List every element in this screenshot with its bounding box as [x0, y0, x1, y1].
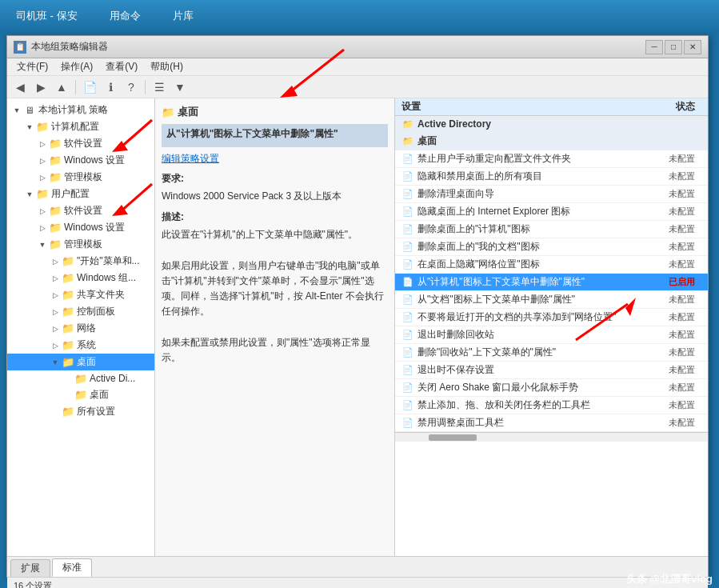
show-hide-button[interactable]: 📄 — [80, 78, 99, 96]
tree-node-windows-settings[interactable]: ▷ 📁 Windows 设置 — [7, 152, 154, 169]
setting-name-5: 删除桌面上的"我的文档"图标 — [417, 240, 637, 254]
setting-icon: 📄 — [401, 417, 414, 430]
setting-name-13: 关闭 Aero Shake 窗口最小化鼠标手势 — [417, 381, 637, 394]
horizontal-scrollbar[interactable] — [395, 432, 708, 442]
forward-button[interactable]: ▶ — [31, 78, 50, 96]
tree-node-user-config[interactable]: ▼ 📁 用户配置 — [7, 186, 154, 202]
taskbar: 司机班 - 保安 用命令 片库 — [0, 0, 719, 32]
tree-label-admin-templates: 管理模板 — [64, 238, 102, 251]
setting-status-5: 未配置 — [637, 241, 701, 253]
tree-node-all-settings[interactable]: 📁 所有设置 — [7, 403, 154, 420]
tree-node-active-dir[interactable]: 📁 Active Di... — [7, 370, 154, 386]
tree-node-network[interactable]: ▷ 📁 网络 — [7, 320, 154, 337]
tree-panel: ▼ 🖥 本地计算机 策略 ▼ 📁 计算机配置 ▷ 📁 软件设置 ▷ 📁 Wind… — [7, 98, 155, 556]
folder-icon: 📁 — [401, 118, 414, 130]
setting-row-12[interactable]: 📄 退出时不保存设置 未配置 — [395, 362, 708, 379]
section-header-ad: 📁 Active Directory — [395, 116, 708, 133]
tree-node-root[interactable]: ▼ 🖥 本地计算机 策略 — [7, 102, 154, 118]
tree-node-windows-settings-user[interactable]: ▷ 📁 Windows 设置 — [7, 219, 154, 236]
minimize-button[interactable]: ─ — [645, 40, 663, 54]
setting-row-4[interactable]: 📄 删除桌面上的"计算机"图标 未配置 — [395, 221, 708, 238]
setting-row-8[interactable]: 📄 从"文档"图标上下文菜单中删除"属性" 未配置 — [395, 291, 708, 309]
back-button[interactable]: ◀ — [10, 78, 30, 96]
filter-button[interactable]: ▼ — [170, 78, 190, 96]
setting-status-0: 未配置 — [637, 153, 701, 165]
tree-node-software-settings[interactable]: ▷ 📁 软件设置 — [7, 135, 154, 152]
setting-row-15[interactable]: 📄 禁用调整桌面工具栏 未配置 — [395, 414, 708, 432]
scroll-thumb[interactable] — [429, 434, 477, 441]
maximize-button[interactable]: □ — [665, 40, 682, 54]
setting-row-2[interactable]: 📄 删除清理桌面向导 未配置 — [395, 186, 708, 203]
description-content: 此设置在"计算机"的上下文菜单中隐藏"属性"。 如果启用此设置，则当用户右键单击… — [162, 227, 388, 366]
close-button[interactable]: ✕ — [684, 40, 701, 54]
setting-icon: 📄 — [401, 294, 414, 306]
tree-node-software-settings-user[interactable]: ▷ 📁 软件设置 — [7, 202, 154, 219]
content-area: ▼ 🖥 本地计算机 策略 ▼ 📁 计算机配置 ▷ 📁 软件设置 ▷ 📁 Wind… — [7, 98, 708, 556]
taskbar-item-2[interactable]: 用命令 — [102, 6, 149, 26]
tree-label-admin-templates-comp: 管理模板 — [64, 170, 102, 184]
setting-status-4: 未配置 — [637, 223, 701, 235]
tree-node-windows-components[interactable]: ▷ 📁 Windows 组... — [7, 270, 154, 286]
setting-row-9[interactable]: 📄 不要将最近打开的文档的共享添加到"网络位置" 未配置 — [395, 309, 708, 326]
setting-row-5[interactable]: 📄 删除桌面上的"我的文档"图标 未配置 — [395, 238, 708, 256]
folder-icon: 📁 — [62, 406, 74, 418]
tree-node-admin-templates-comp[interactable]: ▷ 📁 管理模板 — [7, 169, 154, 186]
setting-status-12: 未配置 — [637, 364, 701, 376]
setting-icon: 📄 — [401, 311, 414, 324]
menu-action[interactable]: 操作(A) — [54, 58, 99, 75]
setting-row-1[interactable]: 📄 隐藏和禁用桌面上的所有项目 未配置 — [395, 168, 708, 186]
setting-name-0: 禁止用户手动重定向配置文件文件夹 — [417, 152, 637, 166]
setting-name-2: 删除清理桌面向导 — [417, 187, 637, 201]
setting-row-3[interactable]: 📄 隐藏桌面上的 Internet Explorer 图标 未配置 — [395, 203, 708, 221]
setting-row-13[interactable]: 📄 关闭 Aero Shake 窗口最小化鼠标手势 未配置 — [395, 379, 708, 397]
tab-expand[interactable]: 扩展 — [10, 559, 50, 577]
taskbar-item-3[interactable]: 片库 — [165, 6, 202, 26]
taskbar-item-1[interactable]: 司机班 - 保安 — [8, 6, 86, 26]
tree-node-start-menu[interactable]: ▷ 📁 "开始"菜单和... — [7, 253, 154, 270]
folder-icon: 📁 — [74, 372, 87, 385]
tree-label-user-config: 用户配置 — [51, 187, 90, 201]
tree-label-software-settings: 软件设置 — [64, 137, 102, 150]
setting-row-11[interactable]: 📄 删除"回收站"上下文菜单的"属性" 未配置 — [395, 344, 708, 362]
tree-node-desktop-sub[interactable]: 📁 桌面 — [7, 386, 154, 403]
tree-label-shared-folder: 共享文件夹 — [77, 288, 125, 302]
folder-icon: 📁 — [49, 154, 62, 167]
edit-policy-link[interactable]: 编辑策略设置 — [162, 153, 219, 164]
up-button[interactable]: ▲ — [52, 78, 71, 96]
tree-label-desktop: 桌面 — [77, 355, 96, 369]
menu-help[interactable]: 帮助(H) — [144, 58, 190, 75]
expand-icon: ▷ — [49, 339, 62, 352]
requirements-title: 要求: — [162, 172, 388, 186]
expand-icon: ▷ — [36, 138, 49, 150]
setting-row-10[interactable]: 📄 退出时删除回收站 未配置 — [395, 326, 708, 344]
folder-icon: 📁 — [36, 188, 49, 201]
expand-icon: ▷ — [36, 222, 49, 234]
setting-row-6[interactable]: 📄 在桌面上隐藏"网络位置"图标 未配置 — [395, 256, 708, 274]
expand-icon: ▷ — [49, 306, 62, 318]
tree-label-start-menu: "开始"菜单和... — [77, 254, 140, 268]
setting-row-7[interactable]: 📄 从"计算机"图标上下文菜单中删除"属性" 已启用 — [395, 274, 708, 291]
setting-row-0[interactable]: 📄 禁止用户手动重定向配置文件文件夹 未配置 — [395, 150, 708, 168]
tab-standard[interactable]: 标准 — [52, 558, 92, 577]
setting-row-14[interactable]: 📄 禁止添加、拖、放和关闭任务栏的工具栏 未配置 — [395, 397, 708, 414]
tree-node-shared-folder[interactable]: ▷ 📁 共享文件夹 — [7, 286, 154, 303]
tree-node-computer-config[interactable]: ▼ 📁 计算机配置 — [7, 118, 154, 135]
setting-name-12: 退出时不保存设置 — [417, 363, 637, 377]
expand-button[interactable]: ☰ — [150, 78, 169, 96]
properties-button[interactable]: ℹ — [101, 78, 120, 96]
setting-icon: 📄 — [401, 153, 414, 166]
toolbar-sep-1 — [75, 80, 76, 94]
menu-view[interactable]: 查看(V) — [99, 58, 144, 75]
help-button[interactable]: ? — [122, 78, 141, 96]
bottom-tabs-bar: 扩展 标准 — [7, 556, 708, 577]
tree-node-system[interactable]: ▷ 📁 系统 — [7, 337, 154, 354]
tree-node-desktop[interactable]: ▼ 📁 桌面 — [7, 354, 154, 370]
panel-title-text: 桌面 — [178, 105, 198, 119]
desktop-section-label: 桌面 — [417, 134, 701, 148]
section-header-desktop: 📁 桌面 — [395, 133, 708, 150]
tree-node-admin-templates[interactable]: ▼ 📁 管理模板 — [7, 236, 154, 253]
expand-icon: ▼ — [36, 238, 49, 251]
tree-node-control-panel[interactable]: ▷ 📁 控制面板 — [7, 303, 154, 320]
setting-icon: 📄 — [401, 258, 414, 271]
menu-file[interactable]: 文件(F) — [10, 58, 54, 75]
